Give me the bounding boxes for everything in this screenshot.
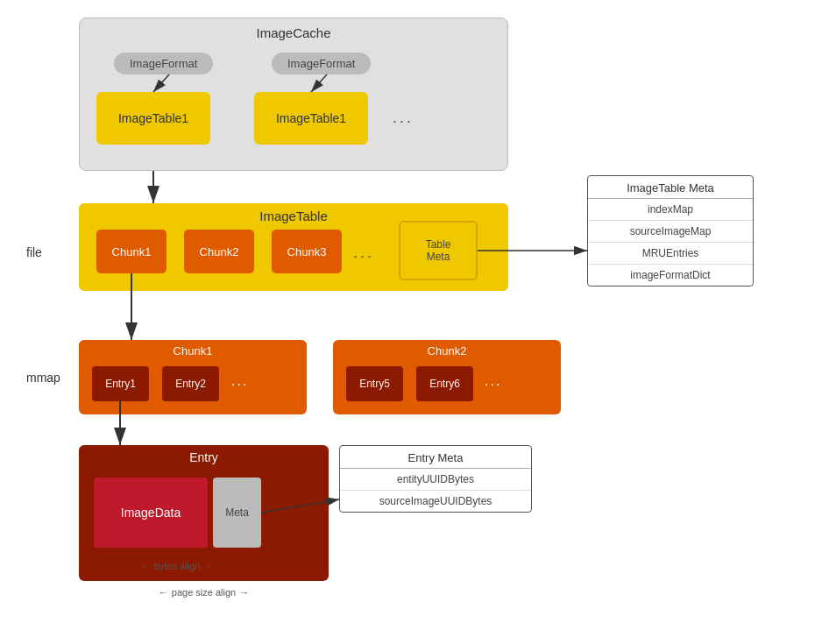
entry-meta-row-0: entityUUIDBytes xyxy=(340,469,531,491)
image-table-meta-title: ImageTable Meta xyxy=(588,176,753,199)
page-align-arrow-right: → xyxy=(239,587,249,598)
image-cache-label: ImageCache xyxy=(80,18,507,40)
chunk1-inner: Chunk1 xyxy=(96,230,166,273)
image-table-meta-box: ImageTable Meta indexMap sourceImageMap … xyxy=(587,175,754,287)
chunk2-dots: ··· xyxy=(485,377,501,393)
image-table-meta-row-3: imageFormatDict xyxy=(588,265,753,286)
bytes-align-text: bytes align xyxy=(154,561,201,571)
chunk1-outer-label: Chunk1 xyxy=(79,340,307,357)
meta-box-inner: Meta xyxy=(213,478,261,548)
image-format-pill-2: ImageFormat xyxy=(272,53,371,74)
image-table-inner-1: ImageTable1 xyxy=(96,92,210,145)
bytes-align-label: ← bytes align → xyxy=(94,561,260,571)
cache-dots: ··· xyxy=(393,112,414,131)
entry-meta-box: Entry Meta entityUUIDBytes sourceImageUU… xyxy=(339,445,532,513)
chunk2-outer-label: Chunk2 xyxy=(333,340,561,357)
diagram: ImageCache ImageFormat ImageFormat Image… xyxy=(0,0,836,644)
entry-outer-label: Entry xyxy=(79,445,329,464)
page-align-label: ← page size align → xyxy=(79,587,329,598)
bytes-align-arrow-left: ← xyxy=(141,561,151,571)
label-mmap: mmap xyxy=(26,371,60,385)
table-dots: ··· xyxy=(353,247,374,265)
entry5: Entry5 xyxy=(346,366,403,401)
entry6: Entry6 xyxy=(416,366,473,401)
entry2: Entry2 xyxy=(162,366,219,401)
page-align-text: page size align xyxy=(172,587,236,598)
label-file: file xyxy=(26,245,42,259)
image-format-pill-1: ImageFormat xyxy=(114,53,213,74)
bytes-align-arrow-right: → xyxy=(203,561,213,571)
chunk3-inner: Chunk3 xyxy=(272,230,342,273)
page-align-arrow-left: ← xyxy=(159,587,168,598)
chunk2-inner: Chunk2 xyxy=(184,230,254,273)
image-table-inner-2: ImageTable1 xyxy=(254,92,368,145)
image-table-meta-row-2: MRUEntries xyxy=(588,243,753,265)
entry-meta-row-1: sourceImageUUIDBytes xyxy=(340,491,531,512)
image-data-box: ImageData xyxy=(94,478,208,548)
entry1: Entry1 xyxy=(92,366,149,401)
chunk1-dots: ··· xyxy=(231,377,248,393)
entry-meta-title: Entry Meta xyxy=(340,446,531,469)
image-table-meta-row-0: indexMap xyxy=(588,199,753,221)
table-meta: TableMeta xyxy=(399,221,478,280)
image-table-meta-row-1: sourceImageMap xyxy=(588,221,753,243)
